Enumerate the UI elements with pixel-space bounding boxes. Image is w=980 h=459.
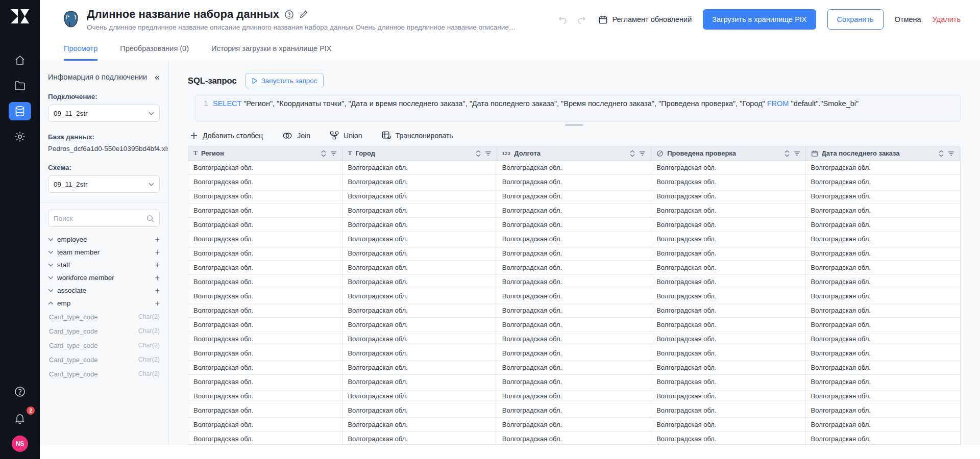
transpose-button[interactable]: Транспонировать	[382, 131, 453, 140]
cancel-button[interactable]: Отмена	[895, 15, 921, 23]
tree-field[interactable]: Card_type_codeChar(2)	[48, 310, 160, 324]
table-cell[interactable]: Волгоградская обл.	[806, 275, 960, 289]
table-cell[interactable]: Волгоградская обл.	[188, 418, 342, 432]
table-cell[interactable]: Волгоградская обл.	[497, 246, 651, 261]
filter-icon[interactable]	[794, 150, 800, 157]
table-cell[interactable]: Волгоградская обл.	[497, 403, 651, 418]
table-cell[interactable]: Волгоградская обл.	[497, 175, 651, 189]
table-cell[interactable]: Волгоградская обл.	[651, 246, 805, 261]
table-cell[interactable]: Волгоградская обл.	[806, 289, 960, 303]
sql-editor[interactable]: 1 SELECT "Регион", "Координаты точки", "…	[195, 95, 961, 121]
add-table-icon[interactable]: +	[155, 261, 160, 269]
table-cell[interactable]: Волгоградская обл.	[188, 161, 342, 175]
tree-group-associate[interactable]: associate+	[48, 284, 160, 297]
table-cell[interactable]: Волгоградская обл.	[651, 375, 805, 389]
table-cell[interactable]: Волгоградская обл.	[342, 189, 497, 203]
table-cell[interactable]: Волгоградская обл.	[188, 361, 342, 375]
table-cell[interactable]: Волгоградская обл.	[188, 175, 342, 189]
table-cell[interactable]: Волгоградская обл.	[188, 246, 342, 261]
table-cell[interactable]: Волгоградская обл.	[806, 403, 960, 418]
table-cell[interactable]: Волгоградская обл.	[497, 418, 651, 432]
sort-icon[interactable]	[938, 150, 944, 157]
filter-icon[interactable]	[948, 150, 954, 157]
table-cell[interactable]: Волгоградская обл.	[806, 375, 960, 389]
table-cell[interactable]: Волгоградская обл.	[342, 261, 497, 275]
table-cell[interactable]: Волгоградская обл.	[651, 346, 805, 361]
delete-button[interactable]: Удалить	[933, 15, 961, 23]
table-cell[interactable]: Волгоградская обл.	[188, 203, 342, 218]
add-table-icon[interactable]: +	[155, 236, 160, 244]
editor-resize-handle[interactable]	[565, 124, 583, 126]
edit-title-icon[interactable]	[299, 10, 308, 19]
table-cell[interactable]: Волгоградская обл.	[806, 189, 960, 203]
pix-logo[interactable]	[8, 6, 32, 27]
filter-icon[interactable]	[639, 150, 646, 157]
table-cell[interactable]: Волгоградская обл.	[497, 318, 651, 332]
table-cell[interactable]: Волгоградская обл.	[342, 432, 497, 445]
search-input[interactable]	[54, 215, 146, 222]
table-cell[interactable]: Волгоградская обл.	[188, 375, 342, 389]
table-cell[interactable]: Волгоградская обл.	[806, 346, 960, 361]
column-header-3[interactable]: Проведена проверка	[651, 146, 805, 161]
union-button[interactable]: Union	[330, 131, 362, 140]
undo-icon[interactable]	[557, 14, 569, 25]
table-cell[interactable]: Волгоградская обл.	[342, 303, 497, 318]
table-cell[interactable]: Волгоградская обл.	[651, 289, 805, 303]
table-cell[interactable]: Волгоградская обл.	[188, 275, 342, 289]
sidebar-item-projects-folder[interactable]	[9, 76, 31, 95]
table-cell[interactable]: Волгоградская обл.	[342, 232, 497, 246]
table-cell[interactable]: Волгоградская обл.	[806, 332, 960, 346]
add-table-icon[interactable]: +	[155, 287, 160, 295]
join-button[interactable]: Join	[282, 132, 310, 140]
table-cell[interactable]: Волгоградская обл.	[497, 189, 651, 203]
table-cell[interactable]: Волгоградская обл.	[342, 161, 497, 175]
column-header-0[interactable]: TРегион	[188, 146, 342, 161]
table-cell[interactable]: Волгоградская обл.	[342, 275, 497, 289]
save-button[interactable]: Сохранить	[827, 9, 884, 30]
chevron-down-icon[interactable]	[48, 238, 57, 241]
tree-group-team-member[interactable]: team member+	[48, 246, 160, 259]
table-cell[interactable]: Волгоградская обл.	[497, 203, 651, 218]
table-cell[interactable]: Волгоградская обл.	[342, 346, 497, 361]
chevron-down-icon[interactable]	[48, 289, 57, 292]
table-cell[interactable]: Волгоградская обл.	[188, 346, 342, 361]
table-cell[interactable]: Волгоградская обл.	[651, 161, 805, 175]
chevron-down-icon[interactable]	[48, 250, 57, 254]
table-cell[interactable]: Волгоградская обл.	[651, 303, 805, 318]
connection-select[interactable]: 09_11_2str	[48, 105, 160, 122]
tab-2[interactable]: История загрузки в хранилище PIX	[211, 44, 332, 61]
table-cell[interactable]: Волгоградская обл.	[651, 189, 805, 203]
table-cell[interactable]: Волгоградская обл.	[806, 261, 960, 275]
table-cell[interactable]: Волгоградская обл.	[806, 303, 960, 318]
table-cell[interactable]: Волгоградская обл.	[497, 361, 651, 375]
table-cell[interactable]: Волгоградская обл.	[651, 361, 805, 375]
table-cell[interactable]: Волгоградская обл.	[188, 332, 342, 346]
tree-group-staff[interactable]: staff+	[48, 259, 160, 271]
table-cell[interactable]: Волгоградская обл.	[497, 289, 651, 303]
table-cell[interactable]: Волгоградская обл.	[806, 203, 960, 218]
chevron-down-icon[interactable]	[48, 276, 57, 279]
table-cell[interactable]: Волгоградская обл.	[651, 175, 805, 189]
collapse-panel-icon[interactable]: «	[155, 72, 160, 82]
sort-icon[interactable]	[475, 150, 481, 157]
table-cell[interactable]: Волгоградская обл.	[806, 361, 960, 375]
table-cell[interactable]: Волгоградская обл.	[497, 218, 651, 232]
table-cell[interactable]: Волгоградская обл.	[188, 318, 342, 332]
table-cell[interactable]: Волгоградская обл.	[497, 303, 651, 318]
sidebar-item-home[interactable]	[9, 51, 31, 69]
filter-icon[interactable]	[485, 150, 492, 157]
chevron-down-icon[interactable]	[48, 263, 57, 267]
chevron-up-icon[interactable]	[48, 301, 57, 305]
run-query-button[interactable]: Запустить запрос	[245, 73, 324, 88]
table-cell[interactable]: Волгоградская обл.	[651, 418, 805, 432]
table-cell[interactable]: Волгоградская обл.	[188, 389, 342, 403]
table-cell[interactable]: Волгоградская обл.	[188, 289, 342, 303]
tree-field[interactable]: Card_type_codeChar(2)	[48, 338, 160, 352]
table-cell[interactable]: Волгоградская обл.	[806, 218, 960, 232]
table-cell[interactable]: Волгоградская обл.	[497, 389, 651, 403]
table-cell[interactable]: Волгоградская обл.	[497, 232, 651, 246]
table-cell[interactable]: Волгоградская обл.	[651, 318, 805, 332]
table-cell[interactable]: Волгоградская обл.	[651, 389, 805, 403]
tree-group-workforce-member[interactable]: workforce member+	[48, 271, 160, 284]
table-cell[interactable]: Волгоградская обл.	[342, 375, 497, 389]
